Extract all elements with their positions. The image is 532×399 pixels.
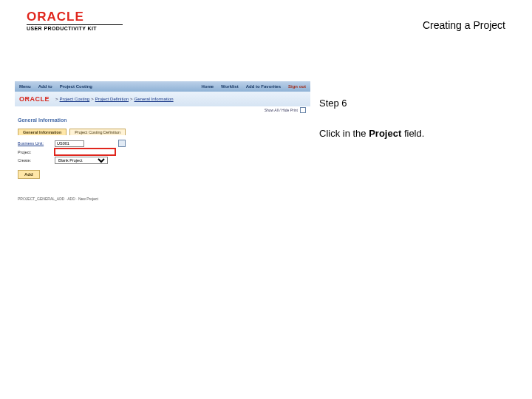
- doc-header: ORACLE USER PRODUCTIVITY KIT Creating a …: [0, 10, 532, 40]
- instruction-suffix: field.: [401, 128, 424, 139]
- nav-home[interactable]: Home: [201, 84, 214, 89]
- brand-word: ORACLE: [27, 10, 123, 23]
- app-screenshot: Menu Add to Project Costing Home Worklis…: [15, 81, 310, 214]
- breadcrumb-item[interactable]: General Information: [134, 97, 174, 101]
- breadcrumb-item[interactable]: Project Costing: [60, 97, 90, 101]
- section-heading: General Information: [15, 113, 310, 124]
- breadcrumb-bar: ORACLE > Project Costing > Project Defin…: [15, 92, 310, 106]
- toolbar-text[interactable]: Show All / Hide Print: [265, 108, 298, 112]
- app-brand-word: ORACLE: [19, 95, 50, 103]
- project-label: Project:: [18, 150, 52, 154]
- brand-logo: ORACLE USER PRODUCTIVITY KIT: [27, 10, 123, 31]
- add-button[interactable]: Add: [18, 170, 40, 179]
- instruction-target: Project: [369, 128, 401, 139]
- form-grid: Business Unit: Project: Create: Blank Pr…: [18, 140, 310, 164]
- step-label: Step 6: [319, 95, 505, 112]
- global-nav: Menu Add to Project Costing Home Worklis…: [15, 81, 310, 92]
- tab-costing-def[interactable]: Project Costing Definition: [69, 129, 126, 135]
- nav-worklist[interactable]: Worklist: [221, 84, 239, 89]
- nav-item[interactable]: Menu: [19, 84, 31, 89]
- nav-item[interactable]: Project Costing: [60, 84, 92, 89]
- bu-field[interactable]: [55, 140, 84, 147]
- breadcrumb-item[interactable]: Project Definition: [95, 97, 129, 101]
- bu-label[interactable]: Business Unit:: [18, 141, 52, 146]
- instruction-text: Click in the Project field.: [319, 125, 505, 142]
- nav-favorites[interactable]: Add to Favorites: [246, 84, 281, 89]
- page-footer-info: PROJECT_GENERAL_ADD · ADD · New Project: [18, 197, 310, 201]
- page-title: Creating a Project: [423, 19, 505, 31]
- lookup-icon[interactable]: [118, 140, 126, 147]
- instruction-panel: Step 6 Click in the Project field.: [319, 95, 505, 143]
- page-tabs: General Information Project Costing Defi…: [18, 129, 310, 135]
- nav-signout[interactable]: Sign out: [288, 84, 306, 89]
- brand-subtitle: USER PRODUCTIVITY KIT: [27, 26, 123, 31]
- brand-rule: [27, 24, 123, 25]
- nav-item[interactable]: Add to: [38, 84, 52, 89]
- create-select[interactable]: Blank Project: [55, 157, 108, 164]
- project-field[interactable]: [55, 149, 115, 155]
- instruction-prefix: Click in the: [319, 128, 369, 139]
- tab-general-info[interactable]: General Information: [18, 129, 66, 135]
- create-label: Create:: [18, 158, 52, 163]
- print-icon[interactable]: [300, 107, 306, 113]
- page-toolbar: Show All / Hide Print: [15, 106, 310, 113]
